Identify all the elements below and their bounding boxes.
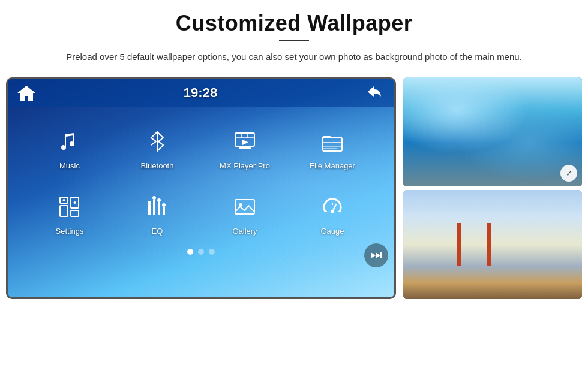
app-gauge[interactable]: Gauge	[289, 185, 376, 242]
svg-line-50	[414, 224, 460, 258]
settings-label: Settings	[56, 227, 84, 236]
thumbnails-column: ✓	[403, 77, 582, 299]
gallery-icon	[229, 191, 261, 223]
skip-button[interactable]	[364, 243, 388, 267]
svg-rect-33	[380, 252, 382, 258]
svg-rect-47	[522, 224, 529, 260]
svg-rect-7	[323, 138, 342, 151]
dot-2[interactable]	[198, 249, 204, 255]
music-svg	[58, 129, 82, 153]
gallery-label: Gallery	[232, 227, 257, 236]
home-icon[interactable]	[17, 85, 35, 101]
dot-3[interactable]	[209, 249, 215, 255]
svg-rect-12	[60, 206, 68, 216]
gauge-label: Gauge	[320, 227, 344, 236]
app-grid-row1: Music Bluetooth	[8, 107, 394, 182]
svg-rect-25	[235, 200, 254, 214]
bluetooth-svg	[145, 129, 169, 153]
svg-point-27	[331, 210, 334, 213]
svg-rect-44	[403, 275, 582, 299]
content-row: 19:28	[6, 77, 582, 299]
svg-rect-43	[403, 269, 582, 299]
home-icon-wrap[interactable]	[17, 85, 35, 101]
svg-rect-41	[403, 190, 582, 299]
svg-rect-46	[456, 224, 463, 260]
svg-point-37	[444, 83, 541, 144]
svg-rect-14	[71, 210, 79, 216]
app-grid-row2: Settings	[8, 182, 394, 248]
filemanager-svg	[320, 129, 344, 153]
app-bluetooth[interactable]: Bluetooth	[113, 119, 201, 176]
screen-inner: 19:28	[8, 79, 394, 297]
app-eq[interactable]: EQ	[113, 185, 201, 242]
mxplayer-label: MX Player Pro	[220, 161, 270, 170]
svg-point-26	[239, 203, 242, 207]
car-screen: 19:28	[6, 77, 396, 299]
thumbnail-ice[interactable]: ✓	[403, 77, 582, 186]
svg-point-21	[148, 201, 151, 204]
settings-icon	[53, 191, 86, 223]
eq-svg	[145, 195, 169, 219]
eq-icon	[141, 191, 173, 223]
app-music[interactable]: Music	[26, 119, 113, 176]
svg-line-52	[526, 224, 572, 258]
svg-rect-19	[158, 202, 160, 215]
filemanager-label: File Manager	[310, 161, 355, 170]
svg-point-38	[505, 101, 577, 174]
top-bar: 19:28	[8, 79, 394, 107]
dot-1[interactable]	[187, 249, 193, 255]
svg-marker-5	[242, 140, 248, 145]
svg-rect-18	[153, 200, 155, 215]
svg-rect-6	[239, 147, 251, 149]
thumbnail-bridge[interactable]	[403, 190, 582, 299]
svg-marker-40	[403, 161, 582, 186]
svg-point-42	[403, 227, 582, 299]
filemanager-icon	[316, 125, 349, 158]
svg-rect-1	[235, 133, 254, 146]
gallery-svg	[233, 195, 257, 219]
bridge-image	[403, 190, 582, 299]
svg-rect-45	[414, 257, 572, 260]
music-label: Music	[59, 161, 80, 170]
skip-icon	[371, 251, 382, 260]
subtitle: Preload over 5 default wallpaper options…	[66, 50, 522, 64]
svg-point-24	[162, 203, 166, 207]
app-settings[interactable]: Settings	[26, 185, 113, 242]
mxplayer-icon	[229, 125, 261, 158]
thumb-ice-badge[interactable]: ✓	[560, 165, 577, 182]
svg-rect-20	[163, 207, 165, 215]
svg-point-16	[74, 201, 76, 204]
svg-marker-0	[17, 86, 35, 101]
ice-image	[403, 77, 582, 186]
bluetooth-icon	[141, 125, 173, 158]
mxplayer-svg	[233, 129, 257, 153]
music-icon	[53, 125, 86, 158]
eq-label: EQ	[152, 227, 163, 236]
app-filemanager[interactable]: File Manager	[289, 119, 376, 176]
back-icon	[365, 84, 385, 99]
app-gallery[interactable]: Gallery	[201, 185, 289, 242]
svg-point-23	[157, 198, 161, 202]
time-display: 19:28	[184, 85, 217, 101]
svg-marker-31	[371, 252, 376, 258]
svg-rect-34	[403, 77, 582, 186]
svg-point-22	[152, 196, 156, 200]
svg-rect-35	[403, 77, 582, 186]
svg-point-36	[407, 89, 468, 174]
gauge-svg	[320, 195, 344, 219]
svg-marker-32	[376, 252, 380, 258]
svg-rect-48	[455, 219, 464, 225]
gauge-icon	[316, 191, 349, 223]
svg-rect-49	[521, 219, 530, 225]
page-title: Customized Wallpaper	[176, 11, 413, 36]
app-mxplayer[interactable]: MX Player Pro	[201, 119, 289, 176]
dots-row	[8, 249, 394, 255]
svg-point-15	[63, 199, 65, 201]
page-container: Customized Wallpaper Preload over 5 defa…	[0, 0, 588, 380]
title-underline	[279, 40, 309, 41]
settings-svg	[58, 195, 82, 219]
back-button[interactable]	[365, 84, 385, 102]
svg-rect-17	[148, 204, 151, 215]
bluetooth-label: Bluetooth	[141, 161, 174, 170]
svg-marker-39	[403, 147, 582, 186]
